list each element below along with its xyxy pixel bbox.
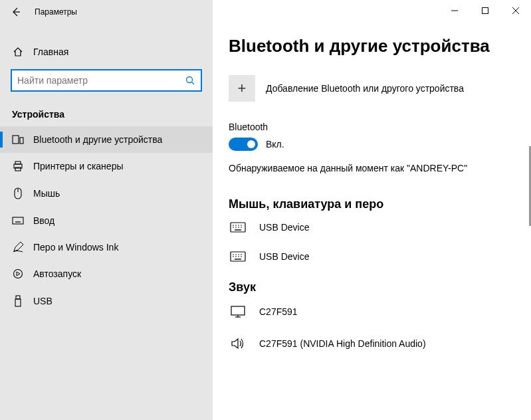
svg-point-34 [238,256,239,257]
sidebar-home[interactable]: Главная [0,40,213,64]
svg-rect-8 [13,217,23,224]
speaker-icon [229,337,247,350]
sidebar-item-autoplay[interactable]: Автозапуск [0,261,213,287]
section-sound-heading: Звук [229,280,515,294]
svg-point-14 [14,270,23,278]
close-button[interactable] [500,0,531,21]
svg-point-21 [241,225,242,226]
svg-rect-41 [482,8,488,14]
mouse-icon [12,187,24,199]
window-title: Параметры [35,7,77,17]
svg-rect-2 [20,138,23,144]
svg-point-23 [235,227,237,228]
svg-point-28 [233,254,234,255]
section-mouse-heading: Мышь, клавиатура и перо [229,197,515,211]
sidebar-item-label: USB [33,296,53,306]
home-icon [12,47,24,57]
window-controls [439,0,531,21]
svg-point-31 [241,254,242,255]
svg-point-33 [235,256,237,257]
device-name: C27F591 [259,306,298,317]
bluetooth-state: Вкл. [266,139,284,150]
device-item[interactable]: C27F591 [229,305,515,318]
sidebar-item-label: Мышь [33,188,60,199]
titlebar: Параметры [0,0,213,24]
sidebar-section-label: Устройства [0,97,213,126]
svg-point-18 [233,225,234,226]
bluetooth-label: Bluetooth [229,122,515,132]
svg-point-30 [238,254,239,255]
bluetooth-toggle[interactable] [229,138,258,151]
svg-rect-15 [16,296,20,299]
sidebar-item-typing[interactable]: Ввод [0,207,213,234]
sidebar-item-label: Автозапуск [33,268,81,279]
svg-point-24 [238,227,239,228]
back-button[interactable] [5,1,27,23]
device-item[interactable]: C27F591 (NVIDIA High Definition Audio) [229,337,515,350]
sidebar-item-bluetooth[interactable]: Bluetooth и другие устройства [0,126,213,153]
svg-rect-1 [13,136,19,144]
add-device-label: Добавление Bluetooth или другого устройс… [266,83,464,94]
svg-point-25 [241,227,242,228]
sidebar: Параметры Главная Устройства Bluetooth и… [0,0,213,420]
sidebar-item-label: Ввод [33,215,54,226]
plus-icon: + [229,75,255,102]
sidebar-item-usb[interactable]: USB [0,287,213,315]
search-icon [185,75,195,86]
svg-point-22 [233,227,234,228]
printer-icon [12,161,24,171]
keyboard-icon [229,222,247,233]
devices-icon [12,135,24,144]
sidebar-item-label: Bluetooth и другие устройства [33,134,162,145]
pen-icon [12,242,24,253]
svg-point-19 [235,225,237,226]
device-item[interactable]: USB Device [229,251,515,262]
device-item[interactable]: USB Device [229,222,515,233]
search-input[interactable] [17,75,185,86]
svg-rect-16 [15,299,21,306]
add-device-row[interactable]: + Добавление Bluetooth или другого устро… [229,75,515,102]
keyboard-icon [229,251,247,262]
monitor-icon [229,305,247,318]
keyboard-icon [12,217,24,225]
svg-point-0 [187,77,193,83]
svg-point-35 [241,256,242,257]
usb-icon [12,295,24,307]
autoplay-icon [12,268,24,279]
bluetooth-toggle-row: Вкл. [229,138,515,151]
sidebar-item-label: Принтеры и сканеры [33,161,123,171]
svg-point-20 [238,225,239,226]
device-name: USB Device [259,222,309,233]
svg-point-29 [235,254,237,255]
discoverable-text: Обнаруживаемое на данный момент как "AND… [229,163,515,173]
search-box[interactable] [11,69,202,92]
minimize-button[interactable] [439,0,470,21]
page-heading: Bluetooth и другие устройства [229,36,515,56]
sidebar-item-printers[interactable]: Принтеры и сканеры [0,153,213,179]
sidebar-item-pen[interactable]: Перо и Windows Ink [0,234,213,261]
sidebar-item-mouse[interactable]: Мышь [0,179,213,207]
device-name: USB Device [259,251,309,262]
svg-point-32 [233,256,234,257]
sidebar-item-label: Перо и Windows Ink [33,242,118,253]
main-content: Bluetooth и другие устройства + Добавлен… [213,0,531,420]
sidebar-home-label: Главная [33,47,68,57]
maximize-button[interactable] [470,0,500,21]
svg-rect-3 [15,161,21,164]
device-name: C27F591 (NVIDIA High Definition Audio) [259,338,426,349]
svg-rect-37 [231,306,245,315]
